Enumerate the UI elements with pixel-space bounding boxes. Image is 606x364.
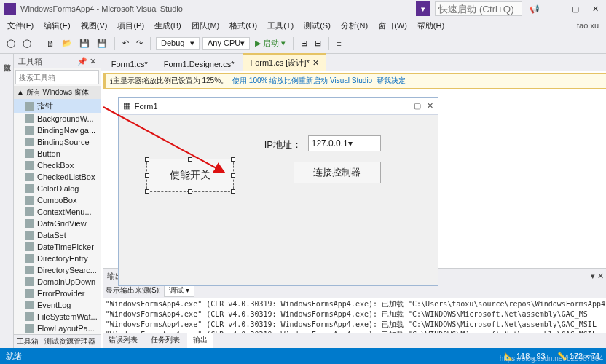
- resize-handle[interactable]: [188, 157, 192, 162]
- toolbox-group[interactable]: ▲ 所有 Windows 窗体: [14, 86, 101, 99]
- toolbox-item[interactable]: DirectorySearc...: [14, 264, 101, 276]
- tab-form1-designer-cs[interactable]: Form1.Designer.cs*: [157, 57, 242, 71]
- toolbox-item[interactable]: BindingNaviga...: [14, 124, 101, 136]
- toolbox-item[interactable]: CheckedListBox: [14, 171, 101, 183]
- pin-icon[interactable]: ▾: [591, 272, 595, 281]
- menu-tools[interactable]: 工具(T): [263, 19, 298, 33]
- menu-file[interactable]: 文件(F): [3, 19, 38, 33]
- toolbox-item[interactable]: Button: [14, 148, 101, 159]
- dpi-info-bar: ℹ 主显示器缩放比例已设置为 125%。 使用 100% 缩放比例重新启动 Vi…: [103, 73, 606, 89]
- undo-button[interactable]: ↶: [120, 37, 131, 50]
- connect-button[interactable]: 连接控制器: [294, 162, 381, 183]
- title-bar: WindowsFormsApp4 - Microsoft Visual Stud…: [0, 0, 606, 17]
- maximize-button[interactable]: ▢: [569, 3, 582, 15]
- toolbox-search-input[interactable]: [15, 70, 99, 84]
- output-text[interactable]: "WindowsFormsApp4.exe" (CLR v4.0.30319: …: [103, 298, 606, 333]
- designer-surface[interactable]: ▦ Form1 ─▢✕ IP地址： 127.0.0.1 ▾ 连接控制器 使能开关: [103, 92, 606, 266]
- tab-close-icon[interactable]: ✕: [312, 58, 319, 68]
- toolbox-item[interactable]: DomainUpDown: [14, 276, 101, 288]
- menu-help[interactable]: 帮助(H): [413, 19, 449, 33]
- forward-button[interactable]: ◯: [20, 37, 34, 50]
- platform-dropdown[interactable]: Any CPU▾: [202, 37, 250, 50]
- back-button[interactable]: ◯: [4, 37, 17, 50]
- toolbox-item-icon: [25, 231, 34, 240]
- toolbox-item[interactable]: BindingSource: [14, 136, 101, 148]
- resize-handle[interactable]: [145, 189, 149, 194]
- drive-switch-control[interactable]: 使能开关: [146, 159, 234, 192]
- resize-handle[interactable]: [145, 157, 149, 162]
- quick-launch-input[interactable]: [435, 1, 522, 16]
- menu-window[interactable]: 窗口(W): [374, 19, 412, 33]
- toolbox-tab[interactable]: 工具箱: [17, 336, 39, 347]
- close-icon[interactable]: ✕: [90, 57, 96, 66]
- left-gutter[interactable]: 数据源: [0, 54, 14, 348]
- toolbox-item[interactable]: DirectoryEntry: [14, 253, 101, 264]
- open-button[interactable]: 📂: [60, 37, 74, 50]
- toolbox-item[interactable]: ContextMenu...: [14, 206, 101, 218]
- tab-form1-design[interactable]: Form1.cs [设计]*✕: [243, 53, 326, 71]
- test-explorer-tab[interactable]: 测试资源管理器: [44, 336, 95, 347]
- ip-textbox[interactable]: 127.0.0.1 ▾: [308, 135, 381, 151]
- close-button[interactable]: ✕: [589, 3, 602, 15]
- restart-link[interactable]: 使用 100% 缩放比例重新启动 Visual Studio: [232, 76, 372, 86]
- toolbox-list: 指针BackgroundW...BindingNaviga...BindingS…: [14, 99, 101, 334]
- layout-tool-1[interactable]: ⊞: [299, 37, 310, 50]
- form-icon: ▦: [123, 101, 130, 111]
- resize-handle[interactable]: [231, 157, 235, 162]
- user-name[interactable]: tao xu: [572, 20, 603, 31]
- toolbox-item[interactable]: 指针: [14, 99, 101, 113]
- menu-view[interactable]: 视图(V): [76, 19, 112, 33]
- output-tab[interactable]: 输出: [187, 333, 213, 348]
- vs-logo-icon: [4, 3, 16, 15]
- toolbox-item-icon: [25, 149, 34, 158]
- menu-test[interactable]: 测试(S): [299, 19, 335, 33]
- save-button[interactable]: 💾: [77, 37, 92, 50]
- toolbox-item-icon: [25, 138, 34, 146]
- resize-handle[interactable]: [145, 173, 149, 178]
- redo-button[interactable]: ↷: [134, 37, 145, 50]
- form-canvas[interactable]: ▦ Form1 ─▢✕ IP地址： 127.0.0.1 ▾ 连接控制器 使能开关: [118, 97, 438, 286]
- pin-icon[interactable]: 📌: [77, 57, 87, 66]
- resize-handle[interactable]: [231, 173, 235, 178]
- new-button[interactable]: 🗎: [44, 38, 57, 50]
- toolbox-item[interactable]: FlowLayoutPa...: [14, 323, 101, 334]
- toolbox-item[interactable]: EventLog: [14, 299, 101, 311]
- ip-label[interactable]: IP地址：: [264, 138, 302, 151]
- save-all-button[interactable]: 💾: [95, 37, 109, 50]
- notification-icon[interactable]: 📢: [527, 3, 543, 15]
- toolbox-item[interactable]: DataGridView: [14, 218, 101, 229]
- menu-build[interactable]: 生成(B): [150, 19, 186, 33]
- menu-analyze[interactable]: 分析(N): [337, 19, 372, 33]
- toolbox-item[interactable]: FileSystemWat...: [14, 311, 101, 323]
- error-list-tab[interactable]: 错误列表: [103, 333, 143, 348]
- toolbox-footer-tabs: 工具箱 测试资源管理器: [14, 334, 101, 348]
- toolbox-item[interactable]: DateTimePicker: [14, 241, 101, 253]
- resize-handle[interactable]: [188, 189, 192, 194]
- toolbox-item-icon: [25, 242, 34, 251]
- help-link[interactable]: 帮我决定: [377, 76, 406, 86]
- minimize-button[interactable]: ─: [550, 3, 562, 15]
- menu-team[interactable]: 团队(M): [187, 19, 224, 33]
- toolbox-item[interactable]: CheckBox: [14, 159, 101, 171]
- toolbox-item[interactable]: DataSet: [14, 229, 101, 241]
- toolbox-item[interactable]: ColorDialog: [14, 183, 101, 194]
- toolbox-item-icon: [25, 254, 34, 263]
- close-icon[interactable]: ✕: [597, 272, 604, 281]
- toolbox-item-icon: [25, 126, 34, 135]
- toolbox-item[interactable]: ComboBox: [14, 194, 101, 206]
- feedback-icon[interactable]: ▾: [416, 1, 430, 16]
- toolbox-item[interactable]: BackgroundW...: [14, 113, 101, 124]
- toolbox-item[interactable]: ErrorProvider: [14, 288, 101, 299]
- menu-project[interactable]: 项目(P): [113, 19, 149, 33]
- form-titlebar: ▦ Form1 ─▢✕: [119, 98, 438, 115]
- menu-edit[interactable]: 编辑(E): [39, 19, 75, 33]
- layout-tool-2[interactable]: ⊟: [312, 37, 323, 50]
- align-tool[interactable]: ≡: [334, 38, 343, 50]
- toolbox-item-icon: [25, 277, 34, 286]
- config-dropdown[interactable]: Debug▾: [156, 37, 200, 50]
- menu-format[interactable]: 格式(O): [225, 19, 261, 33]
- task-list-tab[interactable]: 任务列表: [145, 333, 186, 348]
- run-button[interactable]: ▶ 启动 ▾: [253, 36, 288, 50]
- tab-form1-cs[interactable]: Form1.cs*: [104, 57, 155, 71]
- resize-handle[interactable]: [231, 189, 235, 194]
